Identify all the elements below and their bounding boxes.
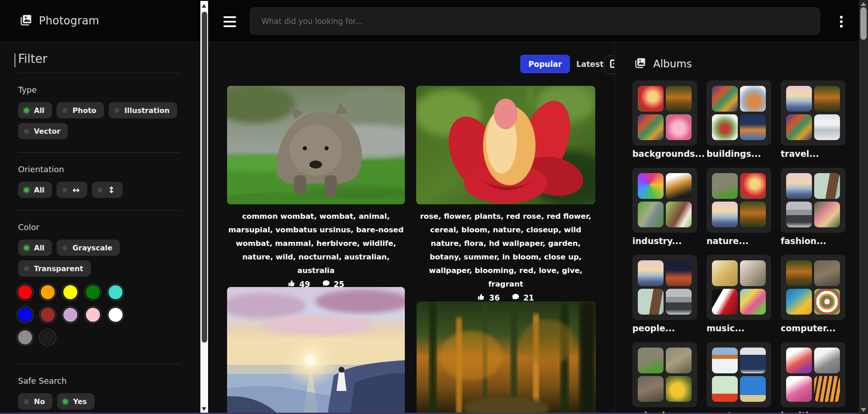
common-wombat-photo[interactable] [227,86,405,204]
album-name[interactable]: backgrounds... [632,149,705,159]
album-name[interactable]: buildings... [707,149,779,159]
type-option-vector[interactable]: Vector [18,123,68,139]
color-option-grayscale[interactable]: Grayscale [57,240,120,256]
safesearch-section-label: Safe Search [18,376,180,386]
swatch-dark-red[interactable] [41,308,55,322]
scroll-down-arrow-icon[interactable] [202,407,206,411]
swatch-pink[interactable] [86,308,100,322]
swatch-gray[interactable] [18,330,32,344]
swatch-orange[interactable] [41,285,55,299]
album-card-sports[interactable] [707,342,771,407]
safesearch-option-no[interactable]: No [18,393,52,409]
swatch-lilac[interactable] [63,308,77,322]
swatch-black[interactable] [41,330,55,344]
scroll-up-arrow-icon[interactable] [202,4,206,8]
type-option-photo[interactable]: Photo [57,102,104,118]
photo-card[interactable] [417,301,596,414]
orientation-option-all[interactable]: All [18,182,52,198]
swatch-white[interactable] [109,308,123,322]
album-thumbnail [786,260,812,286]
page-scrollbar-thumb[interactable] [860,7,867,40]
photo-tags: rose, flower, plants, red rose, red flow… [416,210,595,291]
radio-dot-icon [24,108,29,113]
swatch-turquoise[interactable] [109,285,123,299]
album-thumbnail [786,173,812,199]
swatch-green[interactable] [86,285,100,299]
page-scrollbar[interactable] [859,0,868,414]
kebab-menu-icon[interactable] [836,13,846,30]
red-rose-photo[interactable] [416,86,595,204]
album-name[interactable]: computer... [781,323,853,333]
feed-area: Popular Latest [208,42,614,414]
autumn-forest-photo[interactable] [417,301,596,414]
color-option-all[interactable]: All [18,240,52,256]
album-card-nature[interactable] [707,168,771,233]
like-count: 36 [489,293,500,302]
album-thumbnail [638,260,664,286]
album-thumbnail [638,348,664,373]
album-card-backgrounds[interactable] [632,80,697,146]
album-name[interactable]: music... [707,323,779,333]
album-name[interactable]: people... [632,323,705,333]
album-thumbnail [740,173,766,199]
albums-header: Albums [635,57,692,71]
orientation-option-horizontal[interactable]: ↔ [57,182,87,198]
photo-card[interactable]: common wombat, wombat, animal, marsupial… [227,86,405,289]
album-name[interactable]: industry... [632,236,705,246]
album-thumbnail [638,202,664,227]
type-option-illustration[interactable]: Illustration [109,102,177,118]
type-option-all[interactable]: All [18,102,52,118]
album-card-buildings[interactable] [707,80,771,146]
panel-toggle-button[interactable] [604,55,614,74]
photo-tags: common wombat, wombat, animal, marsupial… [227,210,405,278]
album-thumbnail [638,114,664,140]
scroll-up-arrow-icon[interactable] [861,2,866,6]
radio-dot-icon [24,266,29,271]
divider [18,152,180,153]
sidebar-scrollbar[interactable] [200,1,208,414]
album-name[interactable]: travel... [781,149,853,159]
photo-card[interactable] [227,287,405,414]
hamburger-menu-icon[interactable] [223,16,237,27]
safesearch-option-yes[interactable]: Yes [57,393,95,409]
album-card-travel[interactable] [781,80,845,146]
album-card-animals[interactable] [632,342,697,407]
swatch-red[interactable] [18,285,32,299]
feed-tabs: Popular Latest [520,55,603,73]
photo-card[interactable]: rose, flower, plants, red rose, red flow… [416,86,595,303]
album-card-computer[interactable] [781,255,845,320]
tab-latest[interactable]: Latest [576,60,603,69]
text-cursor [14,53,15,67]
color-option-transparent[interactable]: Transparent [18,260,91,277]
orientation-option-vertical[interactable]: ↕ [92,182,123,198]
album-card-people[interactable] [632,255,697,320]
divider [18,210,180,211]
scroll-down-arrow-icon[interactable] [861,408,866,412]
orientation-options: All ↔ ↕ [18,182,181,198]
album-thumbnail [666,202,692,227]
album-thumbnail [740,114,766,140]
sign-out-icon [609,59,614,71]
album-thumbnail [814,173,840,199]
album-thumbnail [814,376,840,402]
radio-dot-icon [24,399,29,404]
radio-dot-icon [98,188,103,193]
comment-count: 21 [523,293,534,302]
sunset-watercolor-photo[interactable] [227,287,405,414]
brand[interactable]: Photogram [20,14,99,28]
sidebar-scrollbar-thumb[interactable] [202,12,207,343]
album-card-industry[interactable] [632,168,697,233]
album-thumbnail [786,86,812,112]
swatch-blue[interactable] [18,308,32,322]
album-thumbnail [786,289,812,315]
album-card-music[interactable] [707,255,771,320]
album-thumbnail [786,376,812,402]
tab-popular[interactable]: Popular [520,55,570,73]
album-card-health[interactable] [781,342,845,407]
swatch-yellow[interactable] [63,285,77,299]
album-name[interactable]: nature... [707,236,779,246]
radio-dot-icon [63,399,68,404]
album-card-fashion[interactable] [781,168,845,233]
search-input[interactable] [250,7,820,35]
album-name[interactable]: fashion... [781,236,853,246]
